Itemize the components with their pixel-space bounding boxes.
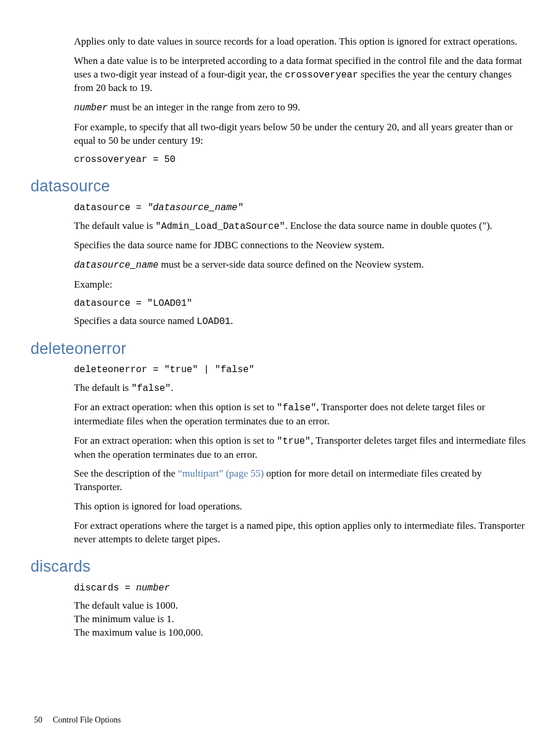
page: Applies only to date values in source re… xyxy=(0,0,560,746)
deleteonerror-p2: For an extract operation: when this opti… xyxy=(74,401,529,428)
deleteonerror-p2-code: "false" xyxy=(277,403,316,413)
datasource-p3-rest: must be a server-side data source define… xyxy=(158,259,424,270)
datasource-p4: Example: xyxy=(74,278,529,292)
datasource-code: datasource = "LOAD01" xyxy=(74,298,529,310)
datasource-p3: datasource_name must be a server-side da… xyxy=(74,258,529,272)
heading-deleteonerror: deleteonerror xyxy=(31,338,529,359)
intro-code: crossoveryear = 50 xyxy=(74,154,529,167)
datasource-p5: Specifies a data source named LOAD01. xyxy=(74,315,529,329)
intro-p4: For example, to specify that all two-dig… xyxy=(74,121,529,148)
datasource-p5b: . xyxy=(231,315,233,326)
discards-syntax-b: number xyxy=(136,583,170,593)
intro-p1: Applies only to date values in source re… xyxy=(74,35,529,49)
page-content: Applies only to date values in source re… xyxy=(74,35,529,640)
deleteonerror-p1: The default is "false". xyxy=(74,382,529,396)
page-number: 50 xyxy=(34,715,42,724)
deleteonerror-p3a: For an extract operation: when this opti… xyxy=(74,435,277,446)
footer-title: Control File Options xyxy=(53,715,121,724)
discards-syntax-a: discards = xyxy=(74,583,136,593)
deleteonerror-p2a: For an extract operation: when this opti… xyxy=(74,401,277,413)
deleteonerror-p5: This option is ignored for load operatio… xyxy=(74,500,529,514)
datasource-p2: Specifies the data source name for JDBC … xyxy=(74,239,529,252)
discards-lines: The default value is 1000. The minimum v… xyxy=(74,599,529,640)
deleteonerror-p3-code: "true" xyxy=(277,436,311,447)
deleteonerror-p1b: . xyxy=(171,382,173,393)
datasource-p5-code: LOAD01 xyxy=(197,316,231,327)
discards-syntax: discards = number xyxy=(74,582,529,595)
datasource-p3-var: datasource_name xyxy=(74,260,158,271)
discards-l2: The minimum value is 1. xyxy=(74,613,529,626)
deleteonerror-p6: For extract operations where the target … xyxy=(74,519,529,546)
datasource-p1b: . Enclose the data source name in double… xyxy=(285,220,492,231)
heading-datasource: datasource xyxy=(31,175,529,197)
deleteonerror-p4: See the description of the “multipart” (… xyxy=(74,467,529,494)
intro-p3-var: number xyxy=(74,103,108,113)
intro-p2: When a date value is to be interpreted a… xyxy=(74,55,529,95)
deleteonerror-p1a: The default is xyxy=(74,382,131,393)
deleteonerror-p1-code: "false" xyxy=(131,383,171,394)
page-footer: 50Control File Options xyxy=(34,715,121,726)
multipart-link[interactable]: “multipart” (page 55) xyxy=(178,468,264,479)
datasource-syntax-a: datasource = xyxy=(74,202,147,213)
deleteonerror-syntax: deleteonerror = "true" | "false" xyxy=(74,364,529,377)
datasource-syntax: datasource = "datasource_name" xyxy=(74,202,529,215)
datasource-syntax-b: "datasource_name" xyxy=(147,202,243,213)
datasource-p1: The default value is "Admin_Load_DataSou… xyxy=(74,220,529,234)
intro-p3-rest: must be an integer in the range from zer… xyxy=(108,102,301,113)
datasource-p5a: Specifies a data source named xyxy=(74,315,197,326)
deleteonerror-p3: For an extract operation: when this opti… xyxy=(74,434,529,462)
heading-discards: discards xyxy=(31,556,529,577)
intro-p2-code: crossoveryear xyxy=(285,70,358,80)
datasource-p1-code: "Admin_Load_DataSource" xyxy=(156,221,285,232)
discards-l1: The default value is 1000. xyxy=(74,599,529,613)
discards-l3: The maximum value is 100,000. xyxy=(74,626,529,640)
datasource-p1a: The default value is xyxy=(74,220,156,231)
deleteonerror-p4a: See the description of the xyxy=(74,468,178,479)
intro-p3: number must be an integer in the range f… xyxy=(74,101,529,115)
